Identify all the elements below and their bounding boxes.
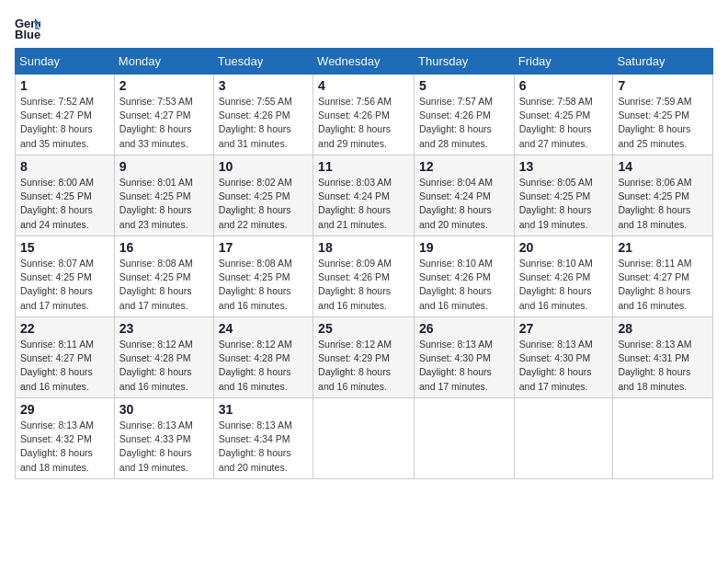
calendar-cell: 1 Sunrise: 7:52 AMSunset: 4:27 PMDayligh…	[16, 75, 115, 155]
calendar-cell: 17 Sunrise: 8:08 AMSunset: 4:25 PMDaylig…	[213, 236, 313, 317]
day-number: 9	[119, 159, 209, 174]
header: General Blue	[15, 15, 713, 40]
day-info: Sunrise: 7:57 AMSunset: 4:26 PMDaylight:…	[419, 96, 493, 149]
column-header-wednesday: Wednesday	[313, 49, 415, 75]
calendar-cell: 10 Sunrise: 8:02 AMSunset: 4:25 PMDaylig…	[213, 155, 313, 236]
day-number: 23	[119, 321, 209, 336]
day-number: 8	[20, 159, 109, 174]
day-info: Sunrise: 7:59 AMSunset: 4:25 PMDaylight:…	[618, 96, 691, 149]
day-info: Sunrise: 8:03 AMSunset: 4:24 PMDaylight:…	[318, 177, 392, 230]
day-number: 15	[20, 240, 109, 255]
column-header-sunday: Sunday	[16, 49, 115, 75]
day-number: 12	[419, 159, 509, 174]
calendar-cell: 15 Sunrise: 8:07 AMSunset: 4:25 PMDaylig…	[16, 236, 115, 317]
day-info: Sunrise: 7:52 AMSunset: 4:27 PMDaylight:…	[20, 96, 94, 149]
day-number: 19	[419, 240, 509, 255]
day-number: 27	[519, 321, 609, 336]
calendar-cell	[313, 398, 415, 479]
week-row-2: 8 Sunrise: 8:00 AMSunset: 4:25 PMDayligh…	[16, 155, 713, 236]
calendar-cell: 14 Sunrise: 8:06 AMSunset: 4:25 PMDaylig…	[613, 155, 713, 236]
column-header-tuesday: Tuesday	[213, 49, 313, 75]
day-number: 17	[219, 240, 308, 255]
calendar-cell: 20 Sunrise: 8:10 AMSunset: 4:26 PMDaylig…	[514, 236, 613, 317]
day-info: Sunrise: 7:53 AMSunset: 4:27 PMDaylight:…	[119, 96, 193, 149]
day-number: 20	[519, 240, 609, 255]
day-info: Sunrise: 8:13 AMSunset: 4:32 PMDaylight:…	[20, 419, 94, 473]
day-info: Sunrise: 7:58 AMSunset: 4:25 PMDaylight:…	[519, 96, 593, 149]
calendar-cell: 3 Sunrise: 7:55 AMSunset: 4:26 PMDayligh…	[213, 75, 313, 155]
day-number: 3	[219, 78, 308, 93]
calendar-cell: 21 Sunrise: 8:11 AMSunset: 4:27 PMDaylig…	[613, 236, 713, 317]
logo: General Blue	[15, 15, 44, 40]
svg-text:Blue: Blue	[15, 28, 40, 40]
calendar-cell: 9 Sunrise: 8:01 AMSunset: 4:25 PMDayligh…	[114, 155, 213, 236]
header-row: SundayMondayTuesdayWednesdayThursdayFrid…	[16, 49, 713, 75]
day-number: 30	[119, 402, 209, 417]
day-info: Sunrise: 8:11 AMSunset: 4:27 PMDaylight:…	[20, 339, 94, 392]
calendar-cell: 4 Sunrise: 7:56 AMSunset: 4:26 PMDayligh…	[313, 75, 415, 155]
calendar-cell: 5 Sunrise: 7:57 AMSunset: 4:26 PMDayligh…	[415, 75, 515, 155]
calendar-cell: 18 Sunrise: 8:09 AMSunset: 4:26 PMDaylig…	[313, 236, 415, 317]
calendar-cell: 25 Sunrise: 8:12 AMSunset: 4:29 PMDaylig…	[313, 317, 415, 398]
day-number: 21	[618, 240, 708, 255]
day-number: 11	[318, 159, 409, 174]
day-number: 1	[20, 78, 109, 93]
day-info: Sunrise: 8:12 AMSunset: 4:28 PMDaylight:…	[119, 339, 193, 392]
calendar-cell: 8 Sunrise: 8:00 AMSunset: 4:25 PMDayligh…	[16, 155, 115, 236]
day-number: 26	[419, 321, 509, 336]
column-header-friday: Friday	[514, 49, 613, 75]
column-header-thursday: Thursday	[415, 49, 515, 75]
calendar-cell: 22 Sunrise: 8:11 AMSunset: 4:27 PMDaylig…	[16, 317, 115, 398]
day-number: 10	[219, 159, 308, 174]
day-number: 31	[219, 402, 308, 417]
day-number: 13	[519, 159, 609, 174]
calendar-cell	[514, 398, 613, 479]
calendar-cell: 7 Sunrise: 7:59 AMSunset: 4:25 PMDayligh…	[613, 75, 713, 155]
day-info: Sunrise: 8:08 AMSunset: 4:25 PMDaylight:…	[119, 258, 193, 311]
calendar-cell: 24 Sunrise: 8:12 AMSunset: 4:28 PMDaylig…	[213, 317, 313, 398]
day-info: Sunrise: 8:13 AMSunset: 4:30 PMDaylight:…	[419, 339, 493, 392]
day-number: 28	[618, 321, 708, 336]
calendar-cell: 2 Sunrise: 7:53 AMSunset: 4:27 PMDayligh…	[114, 75, 213, 155]
week-row-3: 15 Sunrise: 8:07 AMSunset: 4:25 PMDaylig…	[16, 236, 713, 317]
day-info: Sunrise: 8:09 AMSunset: 4:26 PMDaylight:…	[318, 258, 392, 311]
day-info: Sunrise: 7:55 AMSunset: 4:26 PMDaylight:…	[219, 96, 292, 149]
day-info: Sunrise: 8:01 AMSunset: 4:25 PMDaylight:…	[119, 177, 193, 230]
day-number: 24	[219, 321, 308, 336]
day-info: Sunrise: 8:13 AMSunset: 4:34 PMDaylight:…	[219, 419, 292, 473]
day-info: Sunrise: 8:02 AMSunset: 4:25 PMDaylight:…	[219, 177, 292, 230]
day-info: Sunrise: 8:04 AMSunset: 4:24 PMDaylight:…	[419, 177, 493, 230]
day-info: Sunrise: 8:07 AMSunset: 4:25 PMDaylight:…	[20, 258, 94, 311]
day-number: 2	[119, 78, 209, 93]
day-info: Sunrise: 8:05 AMSunset: 4:25 PMDaylight:…	[519, 177, 593, 230]
calendar-cell: 29 Sunrise: 8:13 AMSunset: 4:32 PMDaylig…	[16, 398, 115, 479]
day-info: Sunrise: 8:10 AMSunset: 4:26 PMDaylight:…	[419, 258, 493, 311]
week-row-4: 22 Sunrise: 8:11 AMSunset: 4:27 PMDaylig…	[16, 317, 713, 398]
day-info: Sunrise: 8:06 AMSunset: 4:25 PMDaylight:…	[618, 177, 691, 230]
day-info: Sunrise: 8:00 AMSunset: 4:25 PMDaylight:…	[20, 177, 94, 230]
day-number: 22	[20, 321, 109, 336]
day-number: 4	[318, 78, 409, 93]
day-number: 25	[318, 321, 409, 336]
day-info: Sunrise: 8:13 AMSunset: 4:31 PMDaylight:…	[618, 339, 691, 392]
column-header-saturday: Saturday	[613, 49, 713, 75]
day-info: Sunrise: 7:56 AMSunset: 4:26 PMDaylight:…	[318, 96, 392, 149]
day-number: 29	[20, 402, 109, 417]
calendar-cell: 13 Sunrise: 8:05 AMSunset: 4:25 PMDaylig…	[514, 155, 613, 236]
day-info: Sunrise: 8:13 AMSunset: 4:33 PMDaylight:…	[119, 419, 193, 473]
day-info: Sunrise: 8:10 AMSunset: 4:26 PMDaylight:…	[519, 258, 593, 311]
day-number: 7	[618, 78, 708, 93]
day-number: 14	[618, 159, 708, 174]
calendar-cell: 11 Sunrise: 8:03 AMSunset: 4:24 PMDaylig…	[313, 155, 415, 236]
calendar-cell: 12 Sunrise: 8:04 AMSunset: 4:24 PMDaylig…	[415, 155, 515, 236]
calendar-cell: 30 Sunrise: 8:13 AMSunset: 4:33 PMDaylig…	[114, 398, 213, 479]
day-number: 16	[119, 240, 209, 255]
column-header-monday: Monday	[114, 49, 213, 75]
day-info: Sunrise: 8:11 AMSunset: 4:27 PMDaylight:…	[618, 258, 691, 311]
calendar-table: SundayMondayTuesdayWednesdayThursdayFrid…	[15, 48, 713, 479]
week-row-5: 29 Sunrise: 8:13 AMSunset: 4:32 PMDaylig…	[16, 398, 713, 479]
day-info: Sunrise: 8:12 AMSunset: 4:29 PMDaylight:…	[318, 339, 392, 392]
day-info: Sunrise: 8:08 AMSunset: 4:25 PMDaylight:…	[219, 258, 292, 311]
calendar-cell: 28 Sunrise: 8:13 AMSunset: 4:31 PMDaylig…	[613, 317, 713, 398]
calendar-cell: 19 Sunrise: 8:10 AMSunset: 4:26 PMDaylig…	[415, 236, 515, 317]
